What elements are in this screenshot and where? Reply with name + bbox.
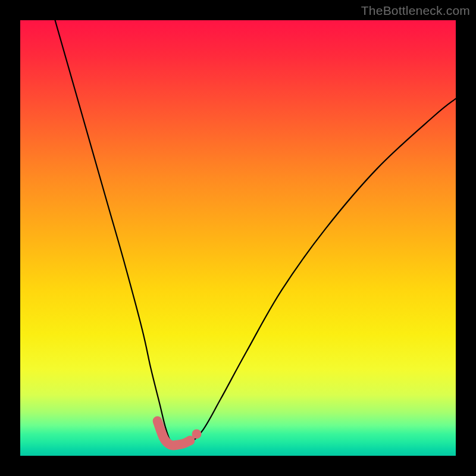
curve-svg bbox=[20, 20, 456, 456]
watermark-text: TheBottleneck.com bbox=[361, 4, 470, 18]
plot-area bbox=[20, 20, 456, 456]
optimal-range-end-dot bbox=[192, 429, 201, 439]
optimal-range-band bbox=[158, 421, 190, 445]
bottleneck-curve bbox=[55, 20, 456, 446]
chart-frame: TheBottleneck.com bbox=[0, 0, 476, 476]
